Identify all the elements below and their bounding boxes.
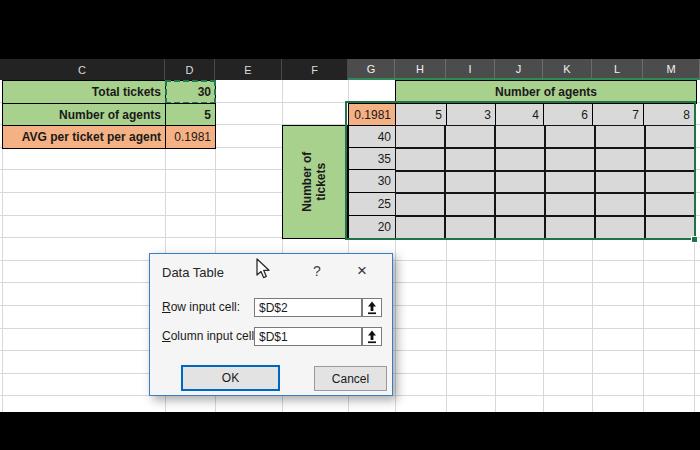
empty-table-cell[interactable] [495, 125, 545, 148]
column-input-label: Column input cell: [162, 329, 257, 343]
column-header[interactable]: L [592, 59, 643, 80]
row-range-selector-button[interactable] [362, 298, 382, 317]
empty-table-cell[interactable] [645, 193, 695, 216]
empty-table-cell[interactable] [545, 125, 595, 148]
empty-table-cell[interactable] [645, 171, 695, 194]
cell-agent-value[interactable]: 4 [495, 103, 544, 126]
cell-ticket-value[interactable]: 30 [348, 169, 396, 193]
column-header[interactable]: M [643, 59, 700, 80]
empty-table-cell[interactable] [595, 216, 645, 239]
row-input-label: Row input cell: [162, 300, 240, 314]
empty-table-cell[interactable] [445, 171, 495, 194]
cell-agent-value[interactable]: 6 [543, 103, 593, 126]
empty-table-cell[interactable] [545, 171, 595, 194]
empty-table-cell[interactable] [445, 216, 495, 239]
letterbox-top [0, 0, 700, 59]
data-table-dialog: Data Table ? × Row input cell: Column in… [149, 253, 393, 396]
vertical-label: Number of tickets [301, 150, 329, 214]
cell-ticket-value[interactable]: 20 [348, 215, 396, 239]
cell-number-of-agents-value[interactable]: 5 [165, 103, 216, 126]
cell-avg-per-ticket-value[interactable]: 0.1981 [165, 125, 216, 149]
empty-table-cell[interactable] [595, 193, 645, 216]
column-input-field[interactable] [254, 327, 362, 346]
column-header[interactable]: K [543, 59, 592, 80]
cell-ticket-value[interactable]: 40 [348, 125, 396, 148]
column-header[interactable]: J [495, 59, 543, 80]
cell-value: 30 [198, 85, 211, 99]
column-header[interactable]: I [446, 59, 495, 80]
empty-table-cell[interactable] [495, 193, 545, 216]
empty-table-cell[interactable] [545, 148, 595, 171]
empty-table-cell[interactable] [595, 148, 645, 171]
column-header[interactable]: F [282, 59, 348, 80]
dialog-title: Data Table [162, 265, 224, 280]
empty-table-cell[interactable] [645, 148, 695, 171]
cell-agents-merged-header[interactable]: Number of agents [395, 80, 697, 104]
column-header[interactable]: H [395, 59, 446, 80]
column-range-selector-button[interactable] [362, 327, 382, 346]
empty-table-cell[interactable] [595, 125, 645, 148]
cell-total-tickets-label[interactable]: Total tickets [2, 80, 166, 104]
screen: C D E F G H I J K L M Total tickets 30 N… [0, 0, 700, 450]
cell-agent-value[interactable]: 7 [592, 103, 644, 126]
empty-table-cell[interactable] [645, 125, 695, 148]
empty-result-cells [395, 125, 695, 239]
cell-ticket-value[interactable]: 25 [348, 192, 396, 216]
empty-table-cell[interactable] [395, 148, 445, 171]
cell-total-tickets-value[interactable]: 30 [165, 80, 216, 104]
empty-table-cell[interactable] [395, 171, 445, 194]
empty-table-cell[interactable] [595, 171, 645, 194]
fill-handle[interactable] [691, 236, 698, 243]
empty-table-cell[interactable] [545, 193, 595, 216]
cancel-button[interactable]: Cancel [314, 366, 387, 391]
column-header[interactable]: D [165, 59, 215, 80]
close-icon[interactable]: × [350, 260, 374, 282]
up-arrow-from-bar-icon [366, 301, 378, 315]
cell-avg-per-ticket-label[interactable]: AVG per ticket per agent [2, 125, 166, 149]
letterbox-bottom [0, 412, 700, 450]
column-header[interactable]: E [215, 59, 282, 80]
column-header[interactable]: G [348, 59, 395, 80]
ok-button[interactable]: OK [181, 365, 280, 391]
row-input-field[interactable] [254, 298, 362, 317]
empty-table-cell[interactable] [645, 216, 695, 239]
empty-table-cell[interactable] [495, 148, 545, 171]
cell-agent-value[interactable]: 3 [446, 103, 496, 126]
up-arrow-from-bar-icon [366, 330, 378, 344]
cell-ticket-value[interactable]: 35 [348, 147, 396, 170]
empty-table-cell[interactable] [445, 148, 495, 171]
empty-table-cell[interactable] [445, 193, 495, 216]
column-header[interactable]: C [0, 59, 165, 80]
cell-agent-value[interactable]: 8 [643, 103, 695, 126]
empty-table-cell[interactable] [495, 216, 545, 239]
empty-table-cell[interactable] [545, 216, 595, 239]
cell-corner-formula[interactable]: 0.1981 [348, 103, 396, 126]
empty-table-cell[interactable] [395, 216, 445, 239]
cell-number-of-agents-label[interactable]: Number of agents [2, 103, 166, 126]
empty-table-cell[interactable] [445, 125, 495, 148]
help-icon[interactable]: ? [308, 262, 326, 280]
empty-table-cell[interactable] [395, 125, 445, 148]
cell-agent-value[interactable]: 5 [395, 103, 447, 126]
cell-tickets-merged-header[interactable]: Number of tickets [282, 125, 348, 239]
empty-table-cell[interactable] [495, 171, 545, 194]
empty-table-cell[interactable] [395, 193, 445, 216]
